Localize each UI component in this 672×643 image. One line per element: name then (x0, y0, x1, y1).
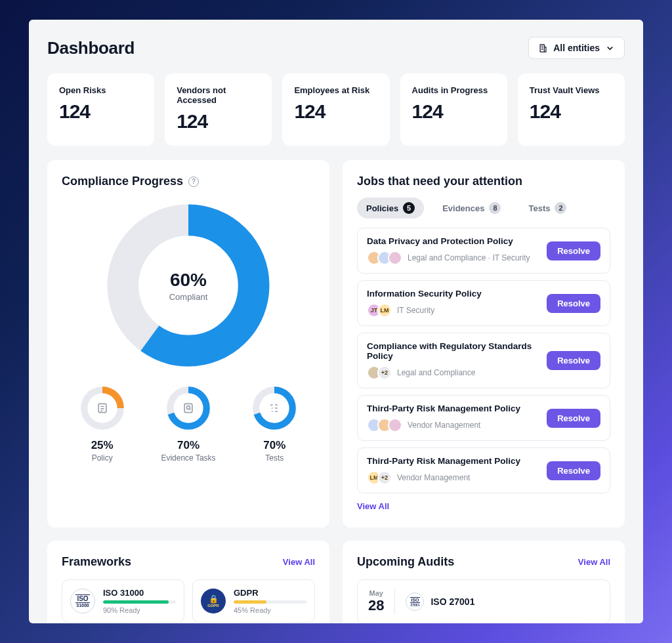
mini-donut-icon (164, 384, 213, 432)
job-card[interactable]: Third-Party Risk Management Policy Vendo… (357, 395, 610, 441)
avatar-stack: +2 (367, 365, 392, 380)
stat-card[interactable]: Trust Vault Views 124 (518, 73, 625, 146)
mini-label: Tests (234, 453, 315, 463)
frameworks-panel: Frameworks View All ISO31000 ISO 31000 9… (47, 541, 329, 623)
stat-value: 124 (177, 110, 260, 133)
stat-label: Trust Vault Views (530, 85, 613, 95)
avatar-stack: LM+2 (367, 470, 392, 485)
tab-badge: 5 (403, 202, 415, 214)
entity-selector[interactable]: All entities (528, 37, 625, 59)
mini-pct: 70% (234, 439, 315, 452)
job-title: Data Privacy and Protection Policy (367, 236, 530, 246)
page-title: Dashboard (47, 38, 135, 58)
audit-card[interactable]: May 28 ISO27001 ISO 27001 (357, 579, 610, 623)
compliance-pct: 60% (170, 270, 207, 291)
framework-name: ISO 31000 (103, 588, 176, 598)
job-card[interactable]: Data Privacy and Protection Policy Legal… (357, 228, 610, 274)
frameworks-title: Frameworks (62, 555, 131, 569)
building-icon (538, 43, 548, 53)
framework-card[interactable]: 🔒GDPR GDPR 45% Ready (192, 579, 315, 623)
mini-donut-icon (250, 384, 299, 432)
donut-center: 60% Compliant (103, 200, 274, 371)
stat-value: 124 (530, 100, 613, 123)
tab-label: Evidences (442, 203, 484, 213)
avatar-stack (367, 418, 402, 432)
stat-label: Audits in Progress (412, 85, 495, 95)
stat-card[interactable]: Open Risks 124 (47, 73, 154, 146)
tab-tests[interactable]: Tests2 (519, 197, 576, 218)
svg-rect-8 (184, 404, 192, 412)
job-title: Third-Party Risk Management Policy (367, 456, 520, 466)
main-row: Compliance Progress ? 60% Compliant (47, 160, 625, 528)
mini-label: Evidence Tasks (148, 453, 228, 463)
stat-value: 124 (412, 100, 495, 123)
stat-row: Open Risks 124Vendors not Accessed 124Em… (47, 73, 625, 146)
compliance-donut: 60% Compliant (62, 200, 315, 371)
audits-panel: Upcoming Audits View All May 28 ISO27001… (343, 541, 625, 623)
audits-title: Upcoming Audits (357, 555, 454, 569)
job-card[interactable]: Third-Party Risk Management Policy LM+2 … (357, 447, 610, 493)
tab-badge: 2 (555, 202, 566, 214)
stat-card[interactable]: Employees at Risk 124 (282, 73, 389, 146)
jobs-tabs: Policies5Evidences8Tests2 (357, 197, 610, 218)
job-card[interactable]: Information Security Policy JTLM IT Secu… (357, 280, 610, 326)
framework-progress (234, 600, 306, 604)
audit-list: May 28 ISO27001 ISO 27001 (357, 579, 610, 623)
help-icon[interactable]: ? (188, 176, 199, 187)
compliance-title: Compliance Progress ? (62, 175, 315, 188)
mini-donut: 70% Evidence Tasks (148, 384, 228, 463)
stat-card[interactable]: Vendors not Accessed 124 (165, 73, 272, 146)
bottom-row: Frameworks View All ISO31000 ISO 31000 9… (47, 541, 625, 623)
audits-view-all[interactable]: View All (578, 557, 610, 567)
tab-badge: 8 (489, 202, 501, 214)
job-meta: Vendor Management (367, 418, 520, 432)
job-dept: IT Security (397, 306, 434, 315)
iso-icon: ISO27001 (406, 592, 424, 611)
job-meta: JTLM IT Security (367, 303, 482, 318)
stat-label: Employees at Risk (294, 85, 377, 95)
mini-donut-row: 25% Policy 70% Evidence Tasks 70% Tests (62, 384, 315, 463)
framework-icon: ISO31000 (70, 589, 95, 613)
stat-label: Open Risks (59, 85, 142, 95)
job-meta: Legal and Compliance · IT Security (367, 251, 530, 265)
resolve-button[interactable]: Resolve (547, 461, 600, 480)
stat-label: Vendors not Accessed (177, 85, 260, 105)
avatar: +2 (377, 470, 392, 485)
framework-grid: ISO31000 ISO 31000 90% Ready 🔒GDPR GDPR … (62, 579, 315, 623)
framework-ready: 90% Ready (103, 606, 176, 614)
mini-donut: 70% Tests (234, 384, 315, 463)
avatar (388, 251, 402, 265)
audit-month: May (368, 589, 384, 597)
resolve-button[interactable]: Resolve (547, 294, 600, 313)
app-shell: Dashboard All entities Open Risks 124Ven… (29, 20, 643, 623)
tab-policies[interactable]: Policies5 (357, 197, 424, 218)
compliance-sub: Compliant (169, 292, 208, 302)
job-card[interactable]: Compliance with Regulatory Standards Pol… (357, 333, 610, 388)
job-title: Compliance with Regulatory Standards Pol… (367, 341, 547, 361)
compliance-title-text: Compliance Progress (62, 175, 183, 188)
mini-pct: 25% (62, 439, 142, 452)
page-header: Dashboard All entities (47, 37, 625, 59)
mini-donut-icon (78, 384, 127, 432)
resolve-button[interactable]: Resolve (547, 409, 600, 428)
resolve-button[interactable]: Resolve (547, 351, 600, 370)
framework-ready: 45% Ready (234, 606, 306, 614)
stat-value: 124 (59, 100, 142, 123)
avatar: LM (377, 303, 392, 318)
tab-label: Policies (366, 203, 398, 213)
avatar (388, 418, 402, 432)
tab-evidences[interactable]: Evidences8 (433, 197, 510, 218)
resolve-button[interactable]: Resolve (547, 241, 600, 260)
avatar-stack: JTLM (367, 303, 392, 318)
job-list: Data Privacy and Protection Policy Legal… (357, 228, 610, 493)
jobs-view-all[interactable]: View All (357, 501, 389, 511)
frameworks-view-all[interactable]: View All (283, 557, 315, 567)
stat-card[interactable]: Audits in Progress 124 (400, 73, 507, 146)
compliance-panel: Compliance Progress ? 60% Compliant (47, 160, 329, 528)
framework-card[interactable]: ISO31000 ISO 31000 90% Ready (62, 579, 184, 623)
framework-progress (103, 600, 176, 604)
job-meta: LM+2 Vendor Management (367, 470, 520, 485)
job-dept: Vendor Management (397, 473, 470, 482)
jobs-panel: Jobs that need your attention Policies5E… (343, 160, 625, 528)
audit-day: 28 (368, 597, 384, 614)
